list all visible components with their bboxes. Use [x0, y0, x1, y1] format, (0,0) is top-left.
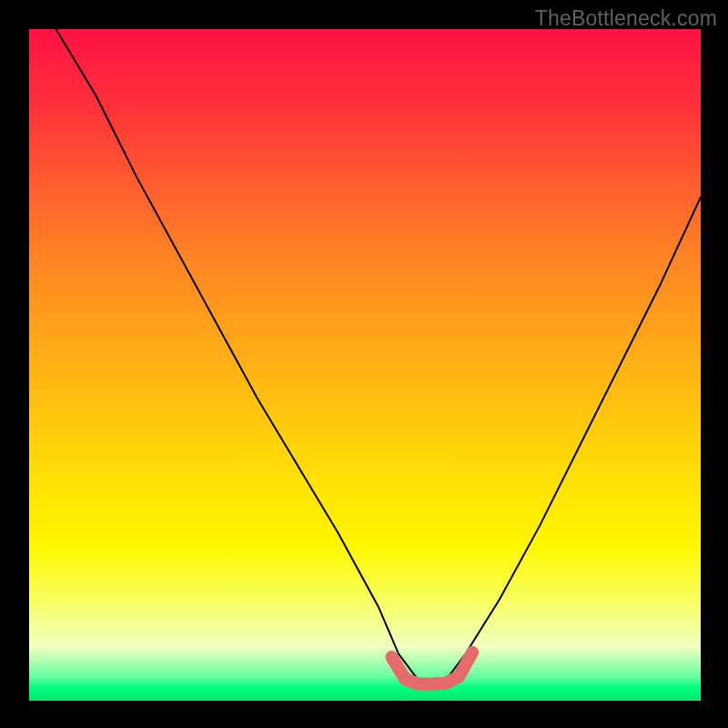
watermark-text: TheBottleneck.com: [535, 6, 717, 31]
curve-svg: [29, 29, 701, 701]
chart-stage: TheBottleneck.com: [0, 0, 728, 728]
bottleneck-curve: [56, 29, 701, 681]
plot-area: [29, 29, 701, 701]
valley-highlight: [392, 652, 473, 684]
